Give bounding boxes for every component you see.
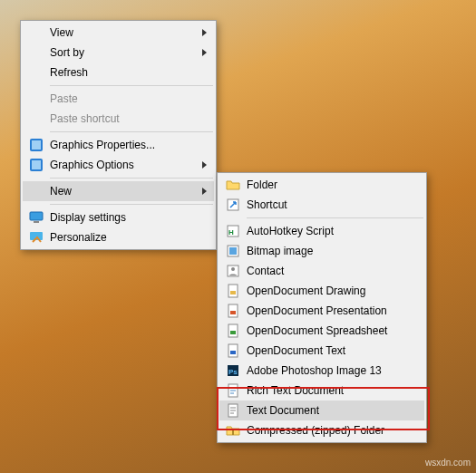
svg-rect-1 [32, 140, 41, 150]
svg-rect-5 [34, 221, 39, 223]
menu-label: Shortcut [243, 198, 419, 211]
menu-item-new[interactable]: New [23, 181, 214, 201]
blank-icon [26, 64, 46, 81]
submenu-item-odt[interactable]: OpenDocument Text [219, 341, 424, 361]
svg-rect-11 [229, 247, 237, 255]
folder-icon [223, 177, 243, 193]
intel-graphics-icon [26, 157, 46, 173]
menu-item-sort-by[interactable]: Sort by [23, 43, 214, 63]
blank-icon [26, 111, 46, 127]
menu-label: Personalize [46, 231, 209, 244]
submenu-item-psd[interactable]: Ps Adobe Photoshop Image 13 [219, 361, 424, 381]
separator [50, 204, 213, 205]
chevron-right-icon [202, 29, 207, 36]
menu-label: AutoHotkey Script [243, 225, 419, 237]
separator [50, 131, 213, 132]
submenu-item-autohotkey[interactable]: H AutoHotkey Script [219, 221, 424, 241]
svg-rect-3 [32, 160, 41, 169]
menu-label: Graphics Properties... [46, 139, 209, 151]
menu-label: New [46, 185, 202, 198]
photoshop-icon: Ps [223, 362, 243, 379]
separator [247, 217, 423, 218]
svg-rect-21 [230, 351, 236, 354]
menu-item-paste-shortcut: Paste shortcut [23, 109, 214, 129]
chevron-right-icon [202, 188, 207, 195]
submenu-item-rtf[interactable]: Rich Text Document [219, 381, 424, 401]
new-submenu: Folder Shortcut H AutoHotkey Script Bitm… [217, 172, 427, 443]
chevron-right-icon [202, 161, 207, 169]
menu-label: Paste [46, 92, 209, 105]
menu-label: Sort by [46, 46, 202, 59]
menu-item-paste: Paste [23, 89, 214, 109]
submenu-item-odg[interactable]: OpenDocument Drawing [219, 281, 424, 301]
submenu-item-zip[interactable]: Compressed (zipped) Folder [219, 420, 424, 440]
menu-label: OpenDocument Spreadsheet [243, 324, 419, 337]
blank-icon [26, 183, 46, 199]
menu-label: View [46, 26, 202, 39]
menu-item-view[interactable]: View [23, 23, 214, 43]
svg-rect-17 [230, 311, 236, 314]
submenu-item-odp[interactable]: OpenDocument Presentation [219, 301, 424, 321]
menu-label: OpenDocument Text [243, 344, 419, 357]
menu-label: Folder [243, 179, 419, 191]
submenu-item-folder[interactable]: Folder [219, 175, 424, 195]
chevron-right-icon [202, 49, 207, 56]
menu-label: Display settings [46, 211, 209, 224]
blank-icon [26, 44, 46, 61]
menu-item-refresh[interactable]: Refresh [23, 63, 214, 82]
svg-point-13 [231, 267, 235, 271]
separator [50, 178, 213, 179]
blank-icon [26, 24, 46, 41]
zip-folder-icon [223, 422, 243, 439]
menu-label: Text Document [243, 404, 419, 417]
autohotkey-icon: H [223, 223, 243, 239]
menu-item-graphics-properties[interactable]: Graphics Properties... [23, 135, 214, 155]
svg-rect-15 [230, 291, 236, 294]
menu-item-personalize[interactable]: Personalize [23, 227, 214, 247]
text-document-icon [223, 402, 243, 419]
monitor-icon [26, 209, 46, 226]
menu-label: Bitmap image [243, 245, 419, 257]
menu-label: Contact [243, 265, 419, 277]
submenu-item-contact[interactable]: Contact [219, 261, 424, 281]
bitmap-icon [223, 243, 243, 259]
opendocument-text-icon [223, 343, 243, 359]
submenu-item-shortcut[interactable]: Shortcut [219, 195, 424, 215]
rtf-icon [223, 382, 243, 399]
menu-label: OpenDocument Drawing [243, 285, 419, 297]
menu-label: Adobe Photoshop Image 13 [243, 364, 419, 377]
menu-label: Rich Text Document [243, 384, 419, 397]
watermark-text: wsxdn.com [425, 458, 471, 468]
menu-item-graphics-options[interactable]: Graphics Options [23, 155, 214, 175]
submenu-item-txt[interactable]: Text Document [219, 401, 424, 420]
blank-icon [26, 91, 46, 107]
opendocument-drawing-icon [223, 283, 243, 299]
svg-rect-32 [232, 429, 234, 435]
desktop-context-menu: View Sort by Refresh Paste Paste shortcu… [20, 20, 217, 250]
opendocument-spreadsheet-icon [223, 323, 243, 339]
svg-rect-4 [30, 212, 43, 220]
menu-label: Refresh [46, 66, 209, 79]
menu-label: Paste shortcut [46, 112, 209, 125]
intel-graphics-icon [26, 137, 46, 153]
submenu-item-bitmap[interactable]: Bitmap image [219, 241, 424, 261]
contact-icon [223, 263, 243, 279]
menu-item-display-settings[interactable]: Display settings [23, 208, 214, 227]
personalize-icon [26, 229, 46, 246]
separator [50, 85, 213, 86]
menu-label: OpenDocument Presentation [243, 304, 419, 317]
svg-text:Ps: Ps [228, 368, 238, 376]
svg-rect-19 [230, 331, 236, 334]
opendocument-presentation-icon [223, 303, 243, 319]
shortcut-icon [223, 197, 243, 213]
submenu-item-ods[interactable]: OpenDocument Spreadsheet [219, 321, 424, 341]
svg-text:H: H [228, 228, 234, 236]
menu-label: Graphics Options [46, 159, 202, 171]
menu-label: Compressed (zipped) Folder [243, 424, 419, 437]
